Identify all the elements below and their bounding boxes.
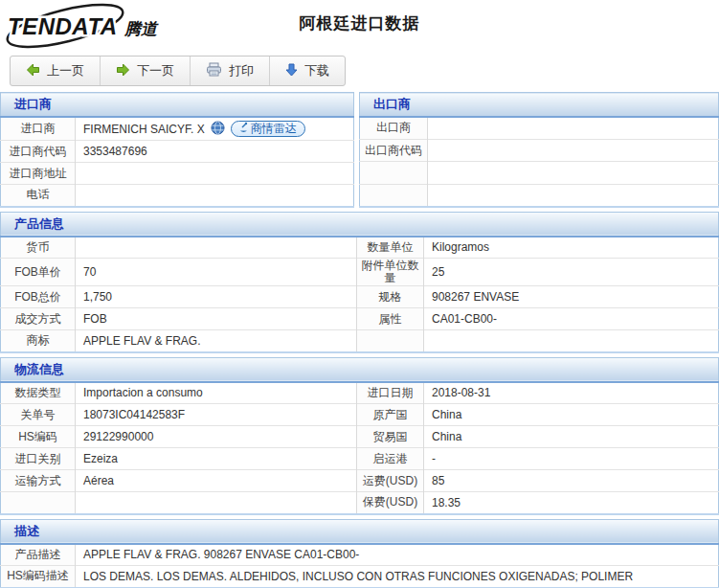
field-value: CA01-CB00- <box>424 308 719 330</box>
table-row: 进口商地址 <box>1 163 354 185</box>
table-row <box>360 184 719 206</box>
field-label: 产品描述 <box>1 544 76 566</box>
description-table: 描述 产品描述 APPLE FLAV & FRAG. 908267 ENVASE… <box>0 519 719 588</box>
field-label: 货币 <box>1 237 76 259</box>
table-row: 进口商 FIRMENICH SAICYF. X <box>1 117 354 141</box>
field-value: APPLE FLAV & FRAG. <box>76 330 357 352</box>
page-header: TENDATA 腾道 阿根廷进口数据 <box>0 0 719 53</box>
globe-icon[interactable] <box>211 121 225 138</box>
field-label: 出口商代码 <box>360 139 428 161</box>
field-value: Importacion a consumo <box>76 382 357 404</box>
table-row: FOB单价 70 附件单位数量 25 <box>1 259 719 286</box>
table-row: 货币 数量单位 Kilogramos <box>1 237 719 259</box>
download-button[interactable]: 下载 <box>270 57 345 85</box>
field-value: China <box>424 426 719 448</box>
field-label <box>360 162 428 184</box>
table-row <box>360 162 719 184</box>
table-row: 进口商代码 3353487696 <box>1 141 354 163</box>
field-label: 商标 <box>1 330 76 352</box>
field-label <box>357 330 424 352</box>
field-value: 908267 ENVASE <box>424 286 719 308</box>
field-label: 运费(USD) <box>357 470 424 492</box>
product-section-title: 产品信息 <box>1 212 719 237</box>
table-row: FOB总价 1,750 规格 908267 ENVASE <box>1 286 719 308</box>
field-label: 进口商代码 <box>1 141 76 163</box>
print-label: 打印 <box>229 62 254 79</box>
table-row: HS编码描述 LOS DEMAS. LOS DEMAS. ALDEHIDOS, … <box>1 566 719 588</box>
field-value: Ezeiza <box>76 448 357 470</box>
toolbar: 上一页 下一页 打印 下载 <box>10 56 346 86</box>
print-button[interactable]: 打印 <box>191 57 270 85</box>
field-label: 数据类型 <box>1 382 76 404</box>
table-row: 保费(USD) 18.35 <box>1 492 719 514</box>
field-label: 进口商 <box>1 117 76 141</box>
field-value <box>76 237 357 259</box>
field-value: Kilogramos <box>424 237 719 259</box>
table-row: 运输方式 Aérea 运费(USD) 85 <box>1 470 719 492</box>
field-value: FOB <box>76 308 357 330</box>
arrow-left-icon <box>26 63 40 79</box>
printer-icon <box>206 62 222 79</box>
field-value: - <box>424 448 719 470</box>
table-row: 电话 <box>1 185 354 207</box>
product-info-table: 产品信息 货币 数量单位 Kilogramos FOB单价 70 附件单位数量 … <box>0 212 719 353</box>
table-row: 数据类型 Importacion a consumo 进口日期 2018-08-… <box>1 382 719 404</box>
field-label: 成交方式 <box>1 308 76 330</box>
field-value: 29122990000 <box>76 426 357 448</box>
field-label: 进口商地址 <box>1 163 76 185</box>
field-label: 关单号 <box>1 404 76 426</box>
table-row: 关单号 18073IC04142583F 原产国 China <box>1 404 719 426</box>
next-page-label: 下一页 <box>137 62 174 79</box>
field-value: 70 <box>76 259 357 286</box>
field-value <box>428 162 719 184</box>
download-arrow-icon <box>285 63 298 79</box>
field-label: 规格 <box>357 286 424 308</box>
field-label: 电话 <box>1 185 76 207</box>
next-page-button[interactable]: 下一页 <box>101 57 191 85</box>
radar-icon <box>236 122 248 136</box>
field-label: FOB单价 <box>1 259 76 286</box>
download-label: 下载 <box>304 62 329 79</box>
field-label: 出口商 <box>360 117 428 139</box>
field-label: HS编码 <box>1 426 76 448</box>
field-label: 原产国 <box>357 404 424 426</box>
field-value: LOS DEMAS. LOS DEMAS. ALDEHIDOS, INCLUSO… <box>76 566 719 588</box>
field-label: 贸易国 <box>357 426 424 448</box>
field-value: China <box>424 404 719 426</box>
importer-section-title: 进口商 <box>1 93 354 118</box>
field-value: 85 <box>424 470 719 492</box>
business-radar-button[interactable]: 商情雷达 <box>231 121 305 137</box>
page-title: 阿根廷进口数据 <box>0 12 719 34</box>
field-value: FIRMENICH SAICYF. X <box>83 123 205 136</box>
table-row: 出口商 <box>360 117 719 139</box>
importer-table: 进口商 进口商 FIRMENICH SAICYF. X <box>0 92 354 208</box>
field-label <box>1 492 76 514</box>
field-value <box>76 492 357 514</box>
table-row: HS编码 29122990000 贸易国 China <box>1 426 719 448</box>
field-value: 18.35 <box>424 492 719 514</box>
arrow-right-icon <box>116 63 130 79</box>
field-value: 25 <box>424 259 719 286</box>
importer-name-cell: FIRMENICH SAICYF. X <box>76 118 353 140</box>
trader-section: 进口商 进口商 FIRMENICH SAICYF. X <box>0 92 719 208</box>
logistics-section-title: 物流信息 <box>1 357 719 382</box>
description-section-title: 描述 <box>1 519 719 544</box>
field-value: 1,750 <box>76 286 357 308</box>
field-label: 数量单位 <box>357 237 424 259</box>
prev-page-label: 上一页 <box>47 62 84 79</box>
field-value <box>428 117 719 139</box>
exporter-section-title: 出口商 <box>360 93 719 118</box>
field-value: 18073IC04142583F <box>76 404 357 426</box>
field-label: 进口日期 <box>357 382 424 404</box>
table-row: 进口关别 Ezeiza 启运港 - <box>1 448 719 470</box>
logistics-info-table: 物流信息 数据类型 Importacion a consumo 进口日期 201… <box>0 357 719 515</box>
field-value: APPLE FLAV & FRAG. 908267 ENVASE CA01-CB… <box>76 544 719 566</box>
field-value: 2018-08-31 <box>424 382 719 404</box>
prev-page-button[interactable]: 上一页 <box>11 57 101 85</box>
field-value: Aérea <box>76 470 357 492</box>
business-radar-label: 商情雷达 <box>251 121 297 137</box>
exporter-table: 出口商 出口商 出口商代码 <box>359 92 719 208</box>
field-value <box>76 185 354 207</box>
field-value <box>424 330 719 352</box>
field-label: FOB总价 <box>1 286 76 308</box>
